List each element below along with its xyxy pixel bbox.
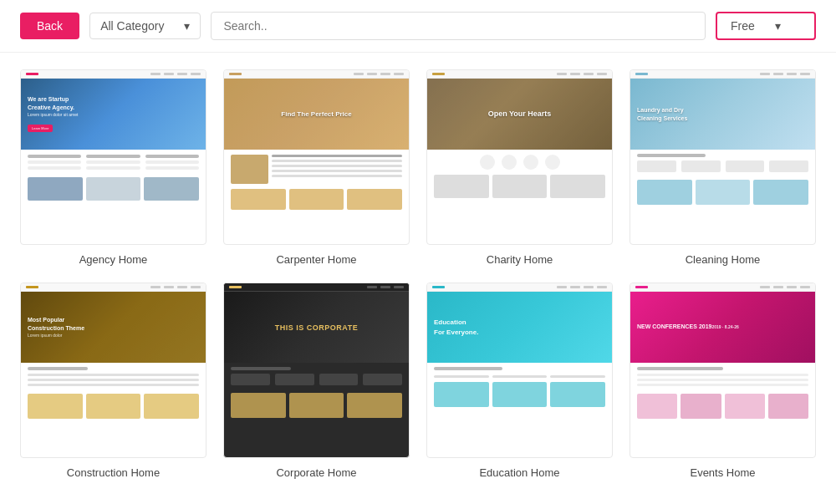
category-label: All Category	[100, 19, 164, 33]
search-input[interactable]	[211, 12, 706, 40]
template-thumbnail: EducationFor Everyone.	[426, 283, 613, 458]
template-label: Charity Home	[487, 253, 553, 266]
template-thumbnail: THIS IS CORPORATE	[223, 283, 410, 458]
template-card-education-home[interactable]: EducationFor Everyone. Education Home	[426, 283, 613, 479]
template-card-agency-home[interactable]: We are StartupCreative Agency.Lorem ipsu…	[20, 69, 206, 266]
template-card-charity-home[interactable]: Open Your Hearts Charity Home	[426, 69, 613, 266]
template-thumbnail: Most PopularConstruction ThemeLorem ipsu…	[20, 283, 206, 458]
template-thumbnail: Laundry and DryCleaning Services	[630, 69, 816, 245]
template-card-carpenter-home[interactable]: Find The Perfect Price Carpenter Home	[223, 69, 410, 266]
template-grid: We are StartupCreative Agency.Lorem ipsu…	[0, 53, 836, 496]
template-label: Events Home	[690, 466, 755, 479]
template-card-corporate-home[interactable]: THIS IS CORPORATE Corporate Home	[223, 283, 410, 479]
template-label: Construction Home	[67, 466, 160, 479]
template-card-cleaning-home[interactable]: Laundry and DryCleaning Services Cleanin…	[630, 69, 816, 266]
template-thumbnail: Find The Perfect Price	[223, 69, 410, 245]
back-button[interactable]: Back	[20, 13, 79, 39]
template-thumbnail: Open Your Hearts	[426, 69, 613, 245]
chevron-down-icon: ▾	[775, 19, 781, 33]
template-label: Carpenter Home	[276, 253, 356, 266]
template-card-construction-home[interactable]: Most PopularConstruction ThemeLorem ipsu…	[20, 283, 206, 479]
template-thumbnail: NEW CONFERENCES 20192019 · 8.24-26	[630, 283, 816, 458]
topbar: Back All Category ▾ Free ▾	[0, 0, 836, 53]
free-label: Free	[731, 19, 755, 33]
chevron-down-icon: ▾	[184, 19, 190, 33]
template-label: Cleaning Home	[686, 253, 761, 266]
category-dropdown[interactable]: All Category ▾	[89, 13, 201, 39]
template-label: Corporate Home	[276, 466, 356, 479]
template-label: Education Home	[479, 466, 559, 479]
template-label: Agency Home	[79, 253, 148, 266]
free-dropdown[interactable]: Free ▾	[716, 12, 816, 40]
template-thumbnail: We are StartupCreative Agency.Lorem ipsu…	[20, 69, 206, 245]
template-card-events-home[interactable]: NEW CONFERENCES 20192019 · 8.24-26 Event…	[630, 283, 816, 479]
